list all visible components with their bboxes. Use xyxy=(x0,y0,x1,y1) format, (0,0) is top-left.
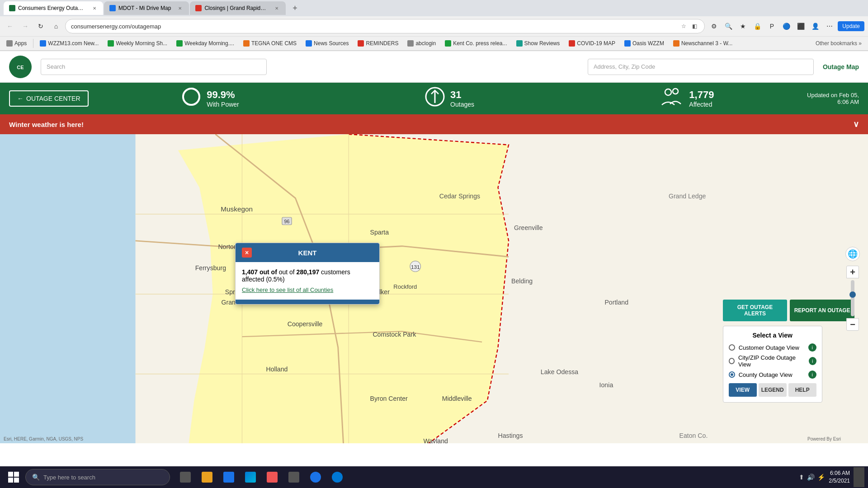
tray-volume-icon[interactable]: 🔊 xyxy=(807,474,815,481)
tegna-bookmark-label: TEGNA ONE CMS xyxy=(251,40,297,47)
svg-point-3 xyxy=(183,89,199,105)
zoom-in-button[interactable]: + xyxy=(846,266,859,278)
wzzm-bookmark-icon xyxy=(40,40,46,47)
start-button[interactable] xyxy=(4,467,24,487)
taskbar-internet-explorer[interactable] xyxy=(306,467,326,487)
browser-icon-5[interactable]: 🔵 xyxy=(780,20,793,33)
browser-icon-6[interactable]: ⬛ xyxy=(794,20,807,33)
svg-text:Sparta: Sparta xyxy=(370,229,389,236)
taskbar-mail[interactable] xyxy=(284,467,304,487)
county-outage-info-icon[interactable]: i xyxy=(808,371,816,379)
taskbar-microsoft-store[interactable] xyxy=(219,467,239,487)
popup-close-button[interactable]: × xyxy=(242,248,252,258)
svg-text:Wayland: Wayland xyxy=(423,437,448,443)
tray-battery-icon[interactable]: ⚡ xyxy=(817,474,825,481)
svg-text:Comstock Park: Comstock Park xyxy=(373,331,416,338)
zoom-slider-track xyxy=(851,280,854,316)
back-button[interactable]: ← xyxy=(4,20,16,33)
taskbar-search-box[interactable]: 🔍 Type here to search xyxy=(25,469,170,485)
bookmark-newschannel[interactable]: Newschannel 3 - W... xyxy=(670,39,735,47)
search-placeholder: Search xyxy=(47,63,65,70)
get-outage-alerts-button[interactable]: GET OUTAGE ALERTS xyxy=(723,300,788,321)
tab-close-3[interactable]: ✕ xyxy=(273,5,280,12)
star-icon[interactable]: ☆ xyxy=(679,22,688,31)
tab-close-1[interactable]: ✕ xyxy=(91,5,98,12)
bookmark-wzzm[interactable]: WZZM13.com New... xyxy=(37,39,101,47)
browser-icon-7[interactable]: 👤 xyxy=(809,20,821,33)
browser-icon-4[interactable]: P xyxy=(765,20,778,33)
task-view-icon xyxy=(180,472,191,483)
taskbar-edge[interactable] xyxy=(241,467,260,487)
tab-title-3: Closings | Grand Rapids, Michi... xyxy=(204,5,268,11)
bookmark-tegna[interactable]: TEGNA ONE CMS xyxy=(241,39,299,47)
map-container[interactable]: Muskegon Norton Shores Spring Lake Grand… xyxy=(0,134,868,443)
bookmark-oasis[interactable]: Oasis WZZM xyxy=(622,39,667,47)
address-placeholder: Address, City, Zip Code xyxy=(594,63,655,70)
zip-outage-info-icon[interactable]: i xyxy=(809,357,816,365)
popup-affected-text: 1,407 out of xyxy=(242,268,277,276)
tab-consumers-energy[interactable]: Consumers Energy Outage Map ✕ xyxy=(4,1,103,15)
taskbar-task-view[interactable] xyxy=(175,467,195,487)
taskbar-skype[interactable] xyxy=(327,467,347,487)
help-button[interactable]: HELP xyxy=(788,383,816,397)
update-button[interactable]: Update xyxy=(838,21,864,31)
svg-point-7 xyxy=(673,89,678,94)
taskbar-file-explorer[interactable] xyxy=(197,467,217,487)
report-outage-button[interactable]: REPORT AN OUTAGE xyxy=(790,300,854,321)
customer-outage-info-icon[interactable]: i xyxy=(808,343,816,352)
extensions-icon[interactable]: ⚙ xyxy=(708,20,720,33)
tab-mdot[interactable]: MDOT - Mi Drive Map ✕ xyxy=(104,1,189,15)
bookmark-kent[interactable]: Kent Co. press relea... xyxy=(442,39,509,47)
svg-text:Eaton Co.: Eaton Co. xyxy=(679,432,708,439)
zoom-slider-thumb[interactable] xyxy=(849,291,856,298)
bookmark-abclogin[interactable]: abclogin xyxy=(405,39,439,47)
taskbar-clock[interactable]: 6:06 AM 2/5/2021 xyxy=(829,469,850,485)
bookmark-reminders[interactable]: REMINDERS xyxy=(355,39,401,47)
customer-outage-view-option[interactable]: Customer Outage View i xyxy=(729,343,816,352)
site-search-box[interactable]: Search xyxy=(41,59,267,75)
browser-icon-1[interactable]: 🔍 xyxy=(722,20,735,33)
more-options-icon[interactable]: ⋯ xyxy=(823,20,836,33)
popup-counties-link[interactable]: Click here to see list of all Counties xyxy=(242,286,373,293)
zip-outage-label: City/ZIP Code Outage View xyxy=(738,354,805,368)
customer-outage-radio[interactable] xyxy=(729,344,735,351)
bookmark-news-sources[interactable]: News Sources xyxy=(303,39,351,47)
new-tab-button[interactable]: + xyxy=(288,2,301,14)
refresh-button[interactable]: ↻ xyxy=(34,20,47,33)
file-explorer-icon xyxy=(202,472,212,483)
home-button[interactable]: ⌂ xyxy=(50,20,62,33)
popup-body: 1,407 out of out of 280,197 customers af… xyxy=(236,262,379,300)
outage-center-button[interactable]: ← OUTAGE CENTER xyxy=(9,90,89,107)
show-desktop-button[interactable] xyxy=(854,467,864,487)
taskbar-photos[interactable] xyxy=(262,467,282,487)
bookmark-covid[interactable]: COVID-19 MAP xyxy=(566,39,618,47)
bookmark-weekly-morning[interactable]: Weekly Morning Sh... xyxy=(105,39,170,47)
alert-message: Winter weather is here! xyxy=(9,121,84,128)
browser-icon-2[interactable]: ★ xyxy=(736,20,749,33)
forward-button[interactable]: → xyxy=(19,20,32,33)
globe-button[interactable]: 🌐 xyxy=(845,247,860,261)
updated-time: 6:06 AM xyxy=(807,99,859,105)
alert-chevron-icon[interactable]: ∨ xyxy=(853,119,859,129)
county-outage-view-option[interactable]: County Outage View i xyxy=(729,371,816,379)
zip-outage-radio[interactable] xyxy=(729,358,735,364)
address-bar[interactable]: consumersenergy.com/outagemap ☆ ◧ xyxy=(65,19,705,33)
browser-icon-3[interactable]: 🔒 xyxy=(751,20,764,33)
tray-network-icon[interactable]: ⬆ xyxy=(799,474,804,481)
taskbar-search-text: Type here to search xyxy=(43,474,95,481)
bookmark-show-reviews[interactable]: Show Reviews xyxy=(514,39,563,47)
tab-closings[interactable]: Closings | Grand Rapids, Michi... ✕ xyxy=(190,1,286,15)
county-outage-radio[interactable] xyxy=(729,371,735,378)
tab-close-2[interactable]: ✕ xyxy=(176,5,184,12)
bookmark-weekday[interactable]: Weekday Morning.... xyxy=(174,39,237,47)
zoom-out-button[interactable]: − xyxy=(846,318,859,331)
outages-icon xyxy=(425,87,445,110)
covid-bookmark-label: COVID-19 MAP xyxy=(577,40,615,47)
view-button[interactable]: VIEW xyxy=(729,383,757,397)
collections-icon[interactable]: ◧ xyxy=(690,22,699,31)
zip-outage-view-option[interactable]: City/ZIP Code Outage View i xyxy=(729,354,816,368)
legend-button[interactable]: LEGEND xyxy=(759,383,787,397)
bookmark-apps[interactable]: Apps xyxy=(4,39,29,47)
address-search-box[interactable]: Address, City, Zip Code xyxy=(588,59,814,75)
other-bookmarks[interactable]: Other bookmarks » xyxy=(813,39,864,47)
